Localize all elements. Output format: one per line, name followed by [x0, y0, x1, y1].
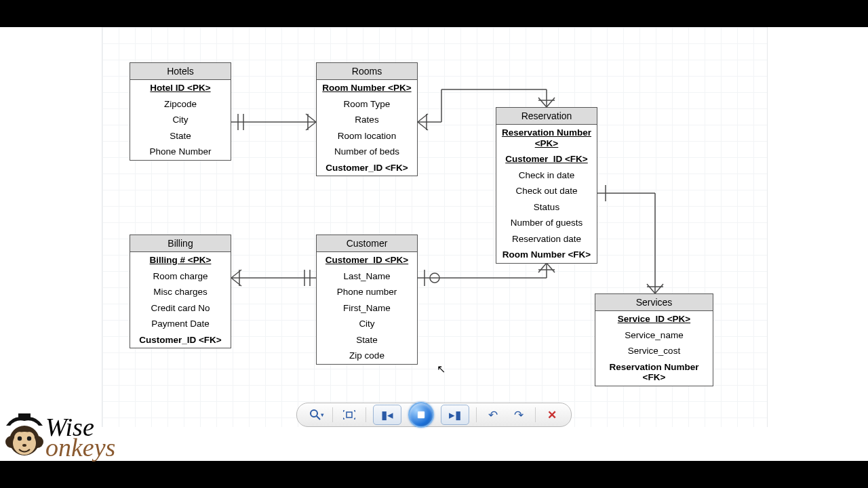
entity-hotels-field: Zipcode	[130, 96, 231, 113]
entity-hotels-field: City	[130, 112, 231, 128]
entity-customer-field: Phone number	[317, 284, 417, 300]
svg-line-26	[538, 263, 547, 272]
brand-text: Wise onkeys	[45, 415, 115, 459]
svg-line-32	[647, 284, 655, 293]
entity-billing[interactable]: Billing Billing # <PK>Room chargeMisc ch…	[130, 235, 231, 348]
undo-button[interactable]: ↶	[484, 405, 502, 424]
close-button[interactable]: ✕	[542, 405, 561, 424]
entity-billing-field: Payment Date	[130, 316, 231, 332]
entity-services[interactable]: Services Service_ID <PK>Service_nameServ…	[595, 293, 713, 386]
entity-reservation-field: Reservation Number <PK>	[496, 125, 597, 151]
svg-point-46	[18, 436, 22, 441]
entity-reservation-field: Check in date	[496, 167, 597, 184]
svg-line-27	[547, 263, 555, 272]
entity-services-field: Service_ID <PK>	[595, 311, 713, 327]
svg-point-47	[27, 436, 31, 441]
close-icon: ✕	[547, 408, 557, 422]
brand-logo: Wise onkeys	[3, 413, 115, 461]
entity-hotels-field: Phone Number	[130, 144, 231, 160]
diagram-canvas: Hotels Hotel ID <PK>ZipcodeCityStatePhon…	[0, 27, 868, 461]
entity-services-title: Services	[595, 294, 713, 311]
play-icon	[416, 410, 426, 420]
entity-rooms-field: Number of beds	[317, 144, 417, 160]
player-toolbar: ▾ ▮◂ ▸▮ ↶ ↷ ✕	[296, 403, 572, 427]
entity-billing-field: Room charge	[130, 268, 231, 285]
svg-line-17	[231, 270, 241, 278]
entity-rooms[interactable]: Rooms Room Number <PK>Room TypeRatesRoom…	[316, 62, 418, 176]
svg-line-14	[547, 98, 555, 107]
redo-button[interactable]: ↷	[509, 405, 528, 424]
entity-rooms-title: Rooms	[317, 63, 417, 80]
fit-button[interactable]	[340, 405, 359, 424]
entity-billing-title: Billing	[130, 235, 231, 252]
svg-rect-39	[18, 413, 31, 419]
entity-reservation-field: Check out date	[496, 183, 597, 199]
svg-rect-37	[347, 412, 352, 418]
entity-reservation-field: Number of guests	[496, 215, 597, 231]
svg-line-10	[418, 114, 428, 122]
entity-customer-field: Zip code	[317, 348, 417, 364]
undo-icon: ↶	[488, 408, 498, 422]
entity-hotels-field: State	[130, 128, 231, 144]
svg-line-18	[231, 278, 241, 286]
toolbar-divider	[535, 407, 536, 422]
bottom-black-bar	[0, 461, 868, 488]
redo-icon: ↷	[514, 408, 524, 422]
entity-reservation-field: Reservation date	[496, 231, 597, 247]
entity-customer-field: Customer_ID <PK>	[317, 252, 417, 268]
entity-reservation-field: Room Number <FK>	[496, 247, 597, 263]
entity-customer-field: City	[317, 316, 417, 332]
first-button[interactable]: ▮◂	[373, 405, 401, 425]
entity-billing-field: Credit card No	[130, 300, 231, 317]
monkey-icon	[3, 413, 45, 461]
svg-point-35	[311, 410, 317, 417]
entity-reservation[interactable]: Reservation Reservation Number <PK>Custo…	[496, 107, 597, 264]
diagram-paper[interactable]: Hotels Hotel ID <PK>ZipcodeCityStatePhon…	[102, 27, 768, 427]
brand-line2: onkeys	[45, 436, 115, 459]
entity-customer-field: Last_Name	[317, 268, 417, 285]
svg-line-36	[317, 416, 320, 420]
entity-billing-field: Misc charges	[130, 284, 231, 300]
svg-line-13	[538, 98, 547, 107]
entity-services-field: Service_name	[595, 327, 713, 344]
toolbar-divider	[366, 407, 366, 422]
entity-services-body: Service_ID <PK>Service_nameService_costR…	[595, 311, 713, 386]
entity-rooms-field: Customer_ID <FK>	[317, 160, 417, 176]
entity-hotels-field: Hotel ID <PK>	[130, 80, 231, 96]
entity-rooms-field: Room location	[317, 128, 417, 144]
svg-line-11	[418, 122, 428, 130]
fit-icon	[343, 410, 355, 420]
entity-rooms-field: Room Type	[317, 96, 417, 113]
entity-rooms-field: Rates	[317, 112, 417, 128]
entity-reservation-body: Reservation Number <PK>Customer_ID <FK>C…	[496, 125, 597, 263]
skip-back-icon: ▮◂	[381, 408, 393, 422]
toolbar-divider	[332, 407, 333, 422]
entity-rooms-body: Room Number <PK>Room TypeRatesRoom locat…	[317, 80, 417, 176]
svg-point-48	[22, 444, 26, 447]
play-button[interactable]	[408, 402, 434, 428]
entity-reservation-title: Reservation	[496, 108, 597, 125]
skip-forward-icon: ▸▮	[449, 408, 461, 422]
last-button[interactable]: ▸▮	[441, 405, 469, 425]
entity-reservation-field: Customer_ID <FK>	[496, 151, 597, 167]
entity-customer-body: Customer_ID <PK>Last_NamePhone numberFir…	[317, 252, 417, 364]
entity-billing-field: Customer_ID <FK>	[130, 332, 231, 348]
svg-line-3	[306, 114, 316, 122]
zoom-button[interactable]: ▾	[307, 405, 326, 424]
toolbar-divider	[476, 407, 477, 422]
svg-line-33	[655, 284, 663, 293]
entity-hotels-body: Hotel ID <PK>ZipcodeCityStatePhone Numbe…	[130, 80, 231, 160]
entity-customer[interactable]: Customer Customer_ID <PK>Last_NamePhone …	[316, 235, 418, 365]
entity-customer-title: Customer	[317, 235, 417, 252]
entity-billing-field: Billing # <PK>	[130, 252, 231, 268]
top-black-bar	[0, 0, 868, 27]
svg-line-4	[306, 122, 316, 130]
entity-customer-field: State	[317, 332, 417, 348]
entity-services-field: Service_cost	[595, 343, 713, 359]
entity-reservation-field: Status	[496, 199, 597, 216]
svg-rect-38	[418, 411, 425, 418]
svg-point-25	[430, 273, 439, 283]
entity-hotels[interactable]: Hotels Hotel ID <PK>ZipcodeCityStatePhon…	[130, 62, 231, 161]
entity-services-field: Reservation Number <FK>	[595, 359, 713, 386]
entity-hotels-title: Hotels	[130, 63, 231, 80]
